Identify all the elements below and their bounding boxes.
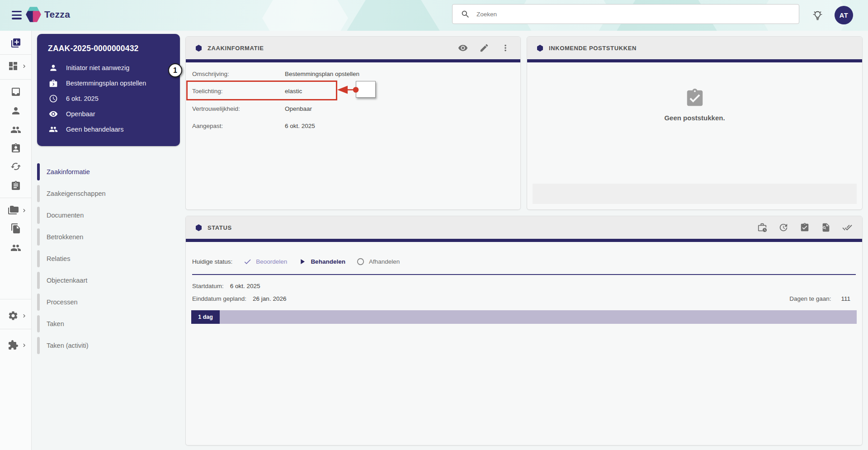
status-step-beoordelen[interactable]: Beoordelen: [243, 257, 287, 266]
group-icon[interactable]: [10, 242, 21, 253]
nav-indicator: [37, 315, 40, 332]
icon-rail: [0, 31, 32, 450]
nav-indicator: [37, 250, 40, 267]
work-history-icon[interactable]: [757, 223, 767, 232]
kebab-menu-icon[interactable]: [500, 43, 510, 53]
visibility-eye-icon[interactable]: [458, 43, 468, 53]
nav-item-zaakinformatie[interactable]: Zaakinformatie: [37, 161, 180, 183]
settings-gear-icon[interactable]: [8, 310, 19, 321]
dagen-te-gaan: Dagen te gaan: 111: [789, 292, 850, 305]
panel-status: STATUS Huidige status: Beoordelen Behand…: [185, 216, 863, 445]
panel-title: INKOMENDE POSTSTUKKEN: [549, 45, 637, 52]
document-search-icon[interactable]: [821, 223, 831, 232]
topbar: Tezza AT: [0, 0, 868, 31]
panel-body: Geen poststukken.: [527, 62, 862, 209]
current-status-label: Huidige status:: [192, 258, 232, 265]
annotation-highlight-rect: [186, 81, 337, 100]
einddatum-row: Einddatum gepland: 26 jan. 2026: [192, 292, 856, 305]
people-icon[interactable]: [10, 124, 21, 135]
brand-title: Tezza: [44, 9, 70, 20]
chevron-right-icon[interactable]: [21, 207, 28, 214]
field-row: Vertrouwelijkheid:Openbaar: [186, 100, 520, 118]
nav-item-taken-activiti[interactable]: Taken (activiti): [37, 335, 180, 356]
person-icon[interactable]: [10, 105, 21, 116]
panel-title: STATUS: [208, 224, 232, 231]
case-duration-progressbar: 1 dag: [191, 310, 857, 324]
nav-indicator: [37, 228, 40, 246]
progress-elapsed: 1 dag: [191, 310, 220, 324]
empty-state: Geen poststukken.: [527, 88, 862, 122]
rail-divider: [0, 54, 32, 55]
dashboard-icon[interactable]: [8, 61, 19, 71]
case-handlers-row: Geen behandelaars: [48, 125, 169, 134]
hexagon-decoration: [344, 0, 443, 31]
nav-indicator: [37, 163, 40, 180]
clipboard-check-icon: [684, 88, 705, 109]
inbox-icon[interactable]: [10, 86, 21, 97]
extension-puzzle-icon[interactable]: [8, 340, 19, 351]
field-row: Aangepast:6 okt. 2025: [186, 118, 520, 135]
chevron-right-icon[interactable]: [21, 313, 28, 319]
play-icon: [298, 257, 307, 266]
assignment-person-icon[interactable]: [10, 143, 21, 154]
rail-divider: [0, 299, 32, 299]
chevron-right-icon[interactable]: [21, 342, 28, 349]
case-summary-card: ZAAK-2025-0000000432 Initiator niet aanw…: [37, 34, 180, 146]
empty-message: Geen poststukken.: [664, 114, 725, 122]
nav-item-documenten[interactable]: Documenten: [37, 204, 180, 226]
user-avatar[interactable]: AT: [835, 6, 853, 24]
nav-item-taken[interactable]: Taken: [37, 313, 180, 335]
panel-inkomende-poststukken: INKOMENDE POSTSTUKKEN Geen poststukken.: [527, 36, 863, 210]
lightbulb-icon[interactable]: [812, 9, 823, 21]
panel-header: ZAAKINFORMATIE: [186, 37, 520, 59]
update-clock-icon[interactable]: [778, 223, 788, 232]
current-status-row: Huidige status: Beoordelen Behandelen Af…: [186, 242, 862, 266]
nav-item-objectenkaart[interactable]: Objectenkaart: [37, 270, 180, 291]
case-confidentiality-row: Openbaar: [48, 109, 169, 118]
menu-hamburger-button[interactable]: [12, 11, 22, 19]
edit-pencil-icon[interactable]: [479, 43, 489, 53]
status-step-afhandelen[interactable]: Afhandelen: [356, 257, 400, 266]
status-step-behandelen[interactable]: Behandelen: [298, 257, 345, 266]
folders-icon[interactable]: [8, 205, 19, 216]
annotation-badge-1: 1: [168, 63, 182, 77]
nav-item-relaties[interactable]: Relaties: [37, 248, 180, 270]
search-input[interactable]: [476, 11, 748, 18]
clock-icon: [49, 94, 58, 103]
panel-title: ZAAKINFORMATIE: [208, 45, 264, 52]
rail-divider: [0, 329, 32, 329]
startdatum-row: Startdatum: 6 okt. 2025: [192, 279, 856, 292]
annotation-arrow: [337, 84, 359, 95]
panel-header: INKOMENDE POSTSTUKKEN: [527, 37, 862, 59]
rail-divider: [0, 198, 32, 198]
case-id: ZAAK-2025-0000000432: [48, 44, 169, 53]
app-root: Tezza AT: [0, 0, 868, 450]
nav-indicator: [37, 272, 40, 289]
panel-accent-bar: [186, 59, 520, 62]
create-case-icon[interactable]: [10, 38, 21, 48]
panel-zaakinformatie: ZAAKINFORMATIE Omschrijving:Bestemmingsp…: [185, 36, 521, 210]
hexagon-decoration: [262, 0, 348, 31]
clipboard-icon[interactable]: [10, 180, 21, 191]
briefcase-icon: [49, 79, 58, 88]
clipboard-check-icon[interactable]: [800, 223, 810, 232]
tezza-logo-icon: [25, 6, 42, 23]
people-icon: [49, 125, 58, 134]
paginator-strip: [533, 184, 857, 204]
panel-accent-bar: [186, 239, 862, 242]
panel-actions: [757, 223, 852, 232]
nav-item-betrokkenen[interactable]: Betrokkenen: [37, 226, 180, 248]
documents-icon[interactable]: [10, 223, 21, 234]
case-initiator-row: Initiator niet aanwezig: [48, 63, 169, 72]
global-search[interactable]: [452, 4, 799, 24]
sync-icon[interactable]: [10, 161, 21, 172]
status-dates: Startdatum: 6 okt. 2025 Einddatum geplan…: [186, 275, 862, 305]
panel-accent-bar: [527, 59, 862, 62]
chevron-right-icon[interactable]: [21, 63, 28, 70]
nav-item-zaakeigenschappen[interactable]: Zaakeigenschappen: [37, 183, 180, 204]
hexagon-bullet-icon: [196, 45, 202, 52]
nav-item-processen[interactable]: Processen: [37, 291, 180, 313]
nav-indicator: [37, 185, 40, 202]
search-icon: [461, 9, 470, 19]
done-all-icon[interactable]: [842, 223, 852, 232]
